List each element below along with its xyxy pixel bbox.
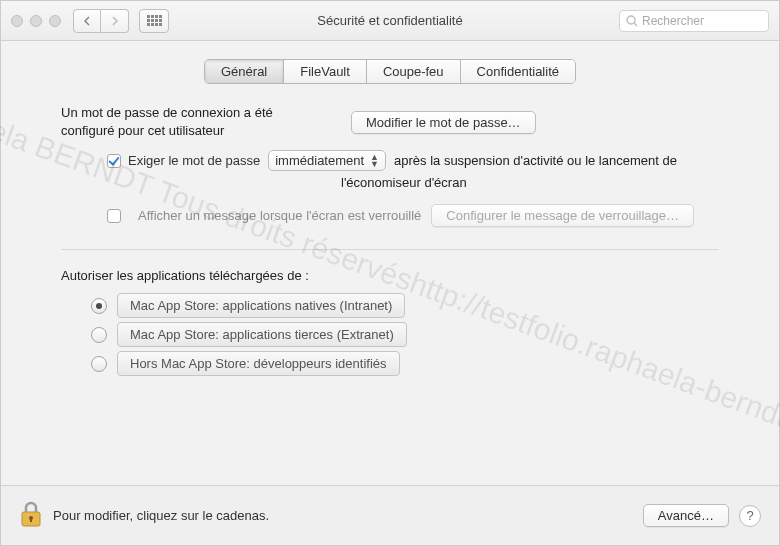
- require-password-row: Exiger le mot de passe immédiatement ▲▼ …: [61, 150, 719, 171]
- window-controls: [11, 15, 61, 27]
- chevron-left-icon: [83, 16, 91, 26]
- forward-button[interactable]: [101, 9, 129, 33]
- require-password-after-label: après la suspension d'activité ou le lan…: [394, 153, 677, 168]
- download-option-identified-label: Hors Mac App Store: développeurs identif…: [117, 351, 400, 376]
- lock-icon[interactable]: [19, 500, 43, 531]
- download-option-intranet-label: Mac App Store: applications natives (Int…: [117, 293, 405, 318]
- lock-message-row: Afficher un message lorsque l'écran est …: [61, 204, 719, 227]
- divider: [61, 249, 719, 250]
- svg-point-0: [627, 16, 635, 24]
- bottom-bar: Pour modifier, cliquez sur le cadenas. A…: [1, 485, 779, 545]
- require-password-after-label-2: l'économiseur d'écran: [61, 175, 719, 190]
- lock-message-checkbox[interactable]: [107, 209, 121, 223]
- download-option-extranet-radio[interactable]: [91, 327, 107, 343]
- svg-line-1: [634, 23, 637, 26]
- preferences-window: Sécurité et confidentialité Rechercher G…: [0, 0, 780, 546]
- lock-hint-text: Pour modifier, cliquez sur le cadenas.: [53, 508, 269, 523]
- download-heading: Autoriser les applications téléchargées …: [61, 268, 719, 283]
- download-option-intranet-row: Mac App Store: applications natives (Int…: [91, 293, 719, 318]
- require-password-label: Exiger le mot de passe: [128, 153, 260, 168]
- password-delay-value: immédiatement: [275, 153, 364, 168]
- lock-message-label: Afficher un message lorsque l'écran est …: [138, 208, 421, 223]
- change-password-button[interactable]: Modifier le mot de passe…: [351, 111, 536, 134]
- nav-buttons: [73, 9, 129, 33]
- content-area: Général FileVault Coupe-feu Confidential…: [1, 41, 779, 485]
- close-icon[interactable]: [11, 15, 23, 27]
- tab-general[interactable]: Général: [205, 60, 284, 83]
- search-input[interactable]: Rechercher: [619, 10, 769, 32]
- password-intro-row: Un mot de passe de connexion a été confi…: [61, 104, 719, 140]
- password-intro-text: Un mot de passe de connexion a été confi…: [61, 104, 321, 140]
- tab-privacy[interactable]: Confidentialité: [461, 60, 575, 83]
- download-option-extranet-row: Mac App Store: applications tierces (Ext…: [91, 322, 719, 347]
- advanced-button[interactable]: Avancé…: [643, 504, 729, 527]
- tab-filevault[interactable]: FileVault: [284, 60, 367, 83]
- grid-icon: [147, 15, 162, 26]
- download-option-identified-radio[interactable]: [91, 356, 107, 372]
- titlebar: Sécurité et confidentialité Rechercher: [1, 1, 779, 41]
- select-arrows-icon: ▲▼: [370, 154, 379, 168]
- download-option-intranet-radio[interactable]: [91, 298, 107, 314]
- back-button[interactable]: [73, 9, 101, 33]
- show-all-button[interactable]: [139, 9, 169, 33]
- help-button[interactable]: ?: [739, 505, 761, 527]
- svg-rect-4: [30, 518, 32, 522]
- download-option-identified-row: Hors Mac App Store: développeurs identif…: [91, 351, 719, 376]
- password-delay-select[interactable]: immédiatement ▲▼: [268, 150, 386, 171]
- zoom-icon[interactable]: [49, 15, 61, 27]
- tab-firewall[interactable]: Coupe-feu: [367, 60, 461, 83]
- minimize-icon[interactable]: [30, 15, 42, 27]
- require-password-checkbox[interactable]: [107, 154, 121, 168]
- search-icon: [626, 15, 638, 27]
- download-option-extranet-label: Mac App Store: applications tierces (Ext…: [117, 322, 407, 347]
- general-section: Un mot de passe de connexion a été confi…: [21, 104, 759, 376]
- search-placeholder: Rechercher: [642, 14, 704, 28]
- tabs: Général FileVault Coupe-feu Confidential…: [204, 59, 576, 84]
- chevron-right-icon: [111, 16, 119, 26]
- configure-lock-message-button[interactable]: Configurer le message de verrouillage…: [431, 204, 694, 227]
- download-options: Mac App Store: applications natives (Int…: [61, 293, 719, 376]
